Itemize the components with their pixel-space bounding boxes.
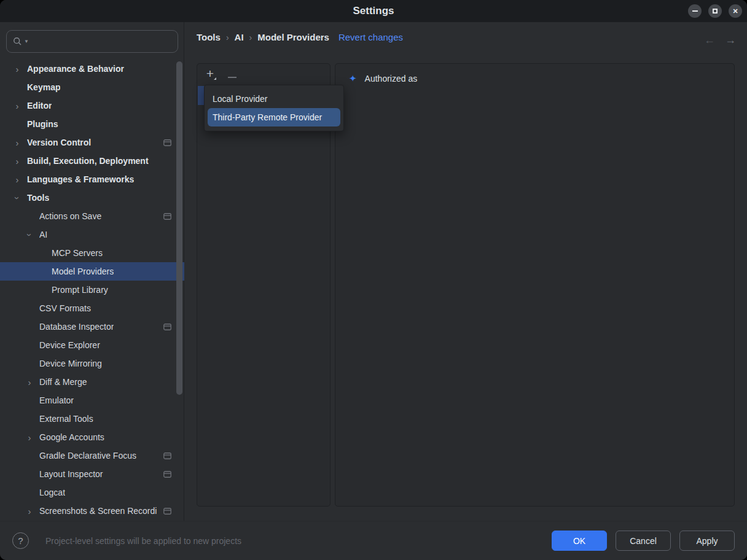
search-input[interactable] (30, 31, 178, 52)
help-button[interactable]: ? (12, 532, 29, 549)
footer-bar: ? Project-level settings will be applied… (0, 521, 747, 560)
sidebar-item-label: Actions on Save (39, 211, 101, 221)
project-setting-icon (163, 471, 171, 478)
cancel-button[interactable]: Cancel (616, 531, 671, 551)
popup-item-local-provider[interactable]: Local Provider (208, 90, 340, 108)
chevron-right-icon[interactable]: › (11, 64, 23, 74)
maximize-button[interactable] (708, 4, 722, 18)
sidebar-item-csv-formats[interactable]: CSV Formats (0, 299, 184, 317)
forward-arrow-icon[interactable]: → (725, 34, 736, 47)
search-box[interactable]: ▼ (6, 30, 178, 53)
breadcrumb-separator: › (249, 33, 252, 42)
authorized-as-row: ✦ Authorized as (349, 73, 417, 84)
minimize-button[interactable] (688, 4, 702, 18)
sidebar-item-gradle-declarative-focus[interactable]: Gradle Declarative Focus (0, 446, 184, 465)
sidebar-item-label: Tools (27, 193, 49, 203)
sidebar-item-label: Layout Inspector (39, 469, 103, 479)
revert-changes-link[interactable]: Revert changes (338, 32, 403, 42)
history-nav: ← → (704, 34, 736, 47)
sidebar-item-label: External Tools (39, 414, 93, 424)
sidebar-item-label: MCP Servers (52, 248, 103, 258)
footer-buttons: OKCancelApply (552, 531, 735, 551)
title-bar: Settings ✕ (0, 0, 747, 22)
sidebar-item-label: Prompt Library (52, 285, 108, 295)
minus-icon (228, 77, 237, 78)
sidebar-item-screenshots-screen-recordi[interactable]: ›Screenshots & Screen Recordi (0, 502, 184, 520)
chevron-right-icon[interactable]: › (23, 506, 36, 516)
minimize-icon (692, 10, 698, 12)
chevron-right-icon[interactable]: › (11, 174, 23, 185)
close-button[interactable]: ✕ (729, 4, 742, 18)
chevron-right-icon[interactable]: › (11, 156, 23, 166)
sidebar-item-editor[interactable]: ›Editor (0, 96, 184, 115)
apply-button[interactable]: Apply (679, 531, 735, 551)
window-title: Settings (353, 5, 394, 17)
breadcrumb-segment-model-providers[interactable]: Model Providers (257, 32, 329, 42)
sidebar-item-version-control[interactable]: ›Version Control (0, 133, 184, 152)
chevron-down-icon[interactable]: › (25, 228, 35, 241)
window-controls: ✕ (688, 4, 742, 18)
sidebar-item-appearance-behavior[interactable]: ›Appearance & Behavior (0, 60, 184, 78)
chevron-right-icon[interactable]: › (23, 432, 36, 443)
sidebar-item-label: Languages & Frameworks (27, 174, 134, 184)
sidebar-scrollbar-thumb[interactable] (176, 61, 182, 395)
provider-detail-panel: ✦ Authorized as (335, 63, 735, 507)
breadcrumb-segment-ai[interactable]: AI (235, 32, 244, 42)
maximize-icon (713, 9, 718, 14)
breadcrumb: Tools›AI›Model ProvidersRevert changes (197, 32, 403, 42)
ok-button[interactable]: OK (552, 531, 607, 551)
sidebar-item-build-execution-deployment[interactable]: ›Build, Execution, Deployment (0, 152, 184, 170)
sidebar-item-logcat[interactable]: Logcat (0, 483, 184, 502)
sidebar-item-google-accounts[interactable]: ›Google Accounts (0, 428, 184, 446)
sidebar-item-label: Gradle Declarative Focus (39, 451, 136, 461)
sidebar-item-label: CSV Formats (39, 303, 91, 313)
sidebar-item-mcp-servers[interactable]: MCP Servers (0, 244, 184, 262)
sidebar-item-label: Device Mirroring (39, 359, 102, 368)
remove-provider-button[interactable] (225, 66, 239, 81)
add-provider-button[interactable]: + (203, 66, 217, 81)
chevron-down-icon[interactable]: › (12, 192, 23, 204)
sidebar-item-device-mirroring[interactable]: Device Mirroring (0, 354, 184, 373)
search-icon (13, 37, 22, 46)
popup-item-third-party-remote-provider[interactable]: Third-Party Remote Provider (208, 108, 340, 126)
sidebar-item-label: AI (39, 230, 47, 239)
sidebar-item-emulator[interactable]: Emulator (0, 391, 184, 410)
sidebar-item-diff-merge[interactable]: ›Diff & Merge (0, 373, 184, 391)
project-setting-icon (163, 508, 171, 515)
sidebar-item-external-tools[interactable]: External Tools (0, 410, 184, 428)
sidebar-item-prompt-library[interactable]: Prompt Library (0, 281, 184, 299)
authorized-as-label: Authorized as (365, 74, 418, 84)
chevron-right-icon[interactable]: › (23, 377, 36, 387)
sidebar-item-label: Version Control (27, 138, 91, 147)
sidebar-item-actions-on-save[interactable]: Actions on Save (0, 207, 184, 225)
sidebar-item-device-explorer[interactable]: Device Explorer (0, 336, 184, 354)
chevron-right-icon[interactable]: › (11, 138, 23, 148)
add-provider-popup: Local ProviderThird-Party Remote Provide… (204, 85, 344, 131)
sidebar-item-label: Appearance & Behavior (27, 64, 124, 74)
back-arrow-icon[interactable]: ← (704, 34, 715, 47)
sidebar-item-model-providers[interactable]: Model Providers (0, 262, 184, 281)
plus-icon: + (206, 66, 214, 80)
sidebar-item-database-inspector[interactable]: Database Inspector (0, 317, 184, 336)
sidebar-item-label: Google Accounts (39, 432, 104, 442)
sidebar-item-layout-inspector[interactable]: Layout Inspector (0, 465, 184, 483)
providers-toolbar: + (203, 66, 239, 81)
search-filter-caret-icon[interactable]: ▼ (24, 39, 29, 44)
sidebar-item-languages-frameworks[interactable]: ›Languages & Frameworks (0, 170, 184, 189)
chevron-right-icon[interactable]: › (11, 101, 23, 111)
sidebar-item-keymap[interactable]: Keymap (0, 78, 184, 96)
sidebar-item-ai[interactable]: ›AI (0, 225, 184, 244)
sidebar-item-label: Build, Execution, Deployment (27, 156, 149, 166)
project-setting-icon (163, 139, 171, 146)
sidebar-item-label: Diff & Merge (39, 377, 87, 387)
close-icon: ✕ (732, 8, 738, 15)
sidebar-item-plugins[interactable]: Plugins (0, 115, 184, 133)
project-setting-icon (163, 213, 171, 220)
breadcrumb-segment-tools[interactable]: Tools (197, 32, 221, 42)
sidebar-item-label: Logcat (39, 488, 65, 497)
sidebar-item-tools[interactable]: ›Tools (0, 189, 184, 207)
sidebar-item-label: Editor (27, 101, 52, 111)
sidebar-item-label: Keymap (27, 82, 60, 92)
project-setting-icon (163, 324, 171, 330)
settings-tree: ›Appearance & BehaviorKeymap›EditorPlugi… (0, 60, 184, 520)
